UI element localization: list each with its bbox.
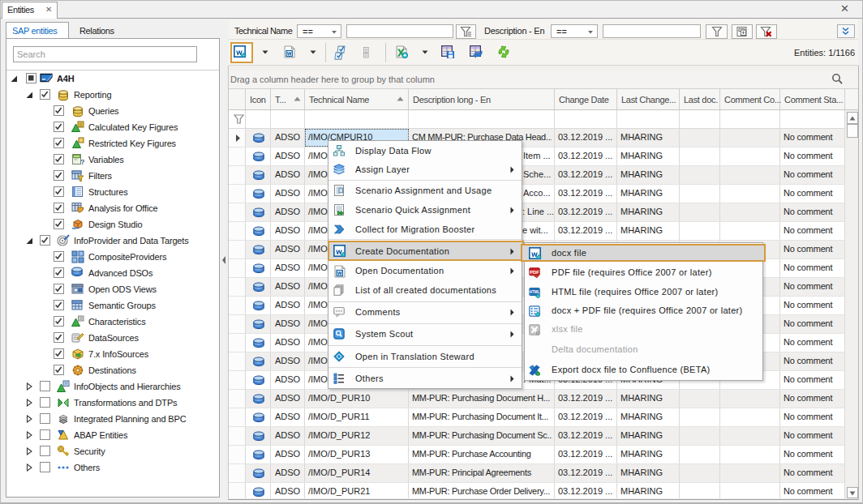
- svg-text:?: ?: [80, 158, 84, 166]
- svg-text:PDF: PDF: [530, 269, 539, 274]
- svg-text:HTML: HTML: [530, 290, 540, 294]
